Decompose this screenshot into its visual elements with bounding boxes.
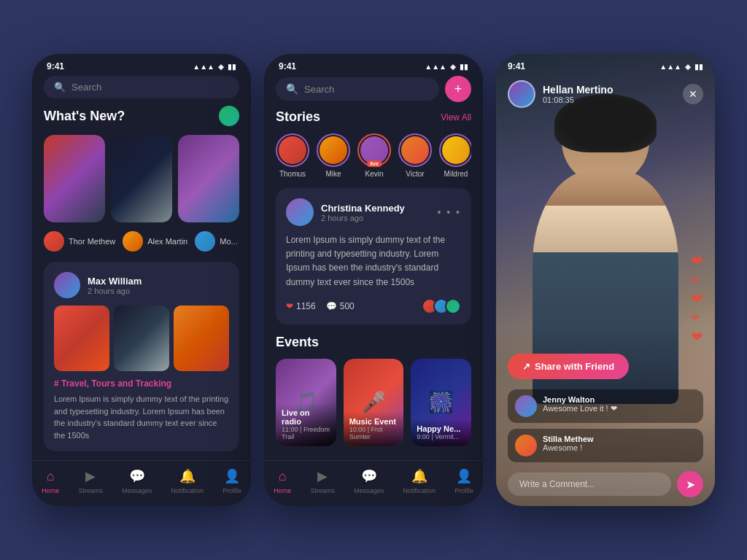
search-icon-1: 🔍: [54, 82, 66, 93]
story-mildred[interactable]: Mildred: [439, 133, 471, 178]
phone3-user: Hellan Mertino 01:08:35: [508, 80, 613, 108]
news-images: [44, 135, 239, 222]
nav-messages-2[interactable]: 💬 Messages: [354, 468, 384, 494]
bottom-nav-2: ⌂ Home ▶ Streams 💬 Messages 🔔 Notificati…: [264, 460, 483, 506]
story-name-victor: Victor: [406, 170, 424, 178]
event-3[interactable]: 🎆 Happy Ne... 9:00 | Vermit...: [411, 359, 471, 446]
feed-avatars-row: [422, 298, 461, 314]
nav-messages-1[interactable]: 💬 Messages: [122, 468, 152, 494]
signal-icon-3: ▲▲▲: [659, 63, 681, 71]
person-avatar-3: [195, 231, 215, 252]
profile-icon-2: 👤: [456, 468, 472, 484]
comments-count: 500: [340, 301, 355, 311]
person-2: Alex Martin: [123, 231, 187, 252]
person-avatar-1: [44, 231, 64, 252]
news-img-1: [44, 135, 105, 222]
comment-input-field[interactable]: Write a Comment...: [508, 472, 671, 496]
search-bar-2[interactable]: 🔍 Search: [276, 77, 439, 101]
liked-avatar-3: [445, 298, 461, 314]
home-label-1: Home: [42, 487, 59, 494]
nav-home-2[interactable]: ⌂ Home: [274, 469, 291, 494]
person-name-3: Mo...: [220, 237, 237, 246]
story-mike[interactable]: Mike: [317, 133, 350, 178]
nav-profile-1[interactable]: 👤 Profile: [222, 468, 241, 494]
story-victor[interactable]: Victor: [398, 133, 432, 178]
feed-avatar: [286, 198, 314, 226]
nav-home-1[interactable]: ⌂ Home: [42, 469, 59, 494]
person-1: Thor Methew: [44, 231, 115, 252]
send-button[interactable]: ➤: [677, 471, 703, 497]
floating-hearts: ❤ ❤ ❤ ❤ ❤: [691, 252, 703, 346]
send-icon: ➤: [686, 478, 695, 491]
post-img-1: [54, 306, 109, 371]
messages-icon-2: 💬: [361, 468, 377, 484]
profile-label-1: Profile: [222, 487, 241, 494]
nav-profile-2[interactable]: 👤 Profile: [454, 468, 473, 494]
status-bar-1: 9:41 ▲▲▲ ◈ ▮▮: [32, 54, 251, 76]
search-row-2: 🔍 Search +: [276, 76, 471, 102]
comment-text-1: Awesome Love it ! ❤: [543, 404, 617, 413]
feed-actions: ❤ 1156 💬 500: [286, 298, 461, 314]
profile-icon-1: 👤: [224, 468, 240, 484]
nav-notif-2[interactable]: 🔔 Notification: [403, 468, 436, 494]
event-2[interactable]: 🎤 Music Event 10:00 | Frot Sumter: [344, 359, 404, 446]
person-3: Mo...: [195, 231, 237, 252]
search-placeholder-2: Search: [304, 84, 334, 95]
story-thomus[interactable]: Thomus: [276, 133, 309, 178]
nav-notif-1[interactable]: 🔔 Notification: [171, 468, 204, 494]
phone-1: 9:41 ▲▲▲ ◈ ▮▮ 🔍 Search What's New?: [32, 54, 251, 506]
comment-body-2: Stilla Methew Awesome !: [543, 435, 594, 452]
search-bar-1[interactable]: 🔍 Search: [44, 76, 239, 98]
streams-icon-2: ▶: [317, 468, 328, 484]
story-avatar-kevin: live: [357, 133, 391, 167]
likes-count: 1156: [296, 301, 316, 311]
post-card-1: Max William 2 hours ago # Travel, Tours …: [44, 262, 239, 451]
close-button[interactable]: ✕: [683, 84, 703, 104]
event-1[interactable]: 🎵 Live on radio 11:00 | Freedom Trail: [276, 359, 336, 446]
time-3: 9:41: [508, 61, 525, 71]
bottom-nav-1: ⌂ Home ▶ Streams 💬 Messages 🔔 Notificati…: [32, 460, 251, 506]
battery-icon: ▮▮: [228, 63, 236, 71]
time-1: 9:41: [47, 61, 64, 71]
phone3-username: Hellan Mertino: [543, 84, 613, 96]
spacer: [496, 112, 715, 345]
story-kevin[interactable]: live Kevin: [357, 133, 391, 178]
notif-label-2: Notification: [403, 487, 436, 494]
heart-icon: ❤: [286, 301, 293, 311]
post-tag: # Travel, Tours and Tracking: [54, 378, 229, 389]
status-icons-2: ▲▲▲ ◈ ▮▮: [425, 63, 468, 71]
person-name-1: Thor Methew: [69, 237, 115, 246]
likes-action[interactable]: ❤ 1156: [286, 301, 316, 311]
story-avatar-thomus: [276, 133, 309, 167]
comment-1: Jenny Walton Awesome Love it ! ❤: [508, 389, 703, 423]
status-bar-3: 9:41 ▲▲▲ ◈ ▮▮: [496, 54, 715, 76]
story-avatar-mildred: [439, 133, 471, 167]
phone3-timer: 01:08:35: [543, 96, 613, 104]
stories-title: Stories: [276, 109, 320, 125]
add-button[interactable]: +: [445, 76, 471, 102]
nav-streams-1[interactable]: ▶ Streams: [78, 468, 103, 494]
view-all-btn[interactable]: View All: [441, 112, 471, 122]
comment-avatar-2: [515, 435, 537, 456]
stories-row: Thomus Mike live Kevin: [276, 133, 471, 178]
feed-author: Christina Kennedy: [321, 203, 405, 214]
feed-options[interactable]: • • •: [438, 206, 461, 218]
feed-user: Christina Kennedy 2 hours ago: [286, 198, 405, 226]
comment-input-row: Write a Comment... ➤: [508, 471, 703, 497]
comments-action[interactable]: 💬 500: [326, 301, 355, 311]
event-bg-1: 🎵 Live on radio 11:00 | Freedom Trail: [276, 359, 336, 446]
comment-avatar-1: [515, 395, 537, 417]
post-time: 2 hours ago: [88, 287, 142, 295]
share-button[interactable]: ↗ Share with Friend: [508, 354, 629, 379]
heart-4: ❤: [691, 312, 703, 324]
messages-label-2: Messages: [354, 487, 384, 494]
event-detail-3: 9:00 | Vermit...: [417, 433, 465, 440]
phone-3: ❤ ❤ ❤ ❤ ❤ 9:41 ▲▲▲ ◈ ▮▮ Hellan: [496, 54, 715, 506]
status-icons-3: ▲▲▲ ◈ ▮▮: [659, 63, 703, 71]
nav-streams-2[interactable]: ▶ Streams: [310, 468, 335, 494]
search-icon-2: 🔍: [286, 83, 298, 95]
heart-1: ❤: [691, 252, 703, 270]
story-name-mike: Mike: [325, 170, 341, 178]
streams-label-2: Streams: [310, 487, 335, 494]
scroll-content-2: Stories View All Thomus Mike: [264, 109, 483, 460]
